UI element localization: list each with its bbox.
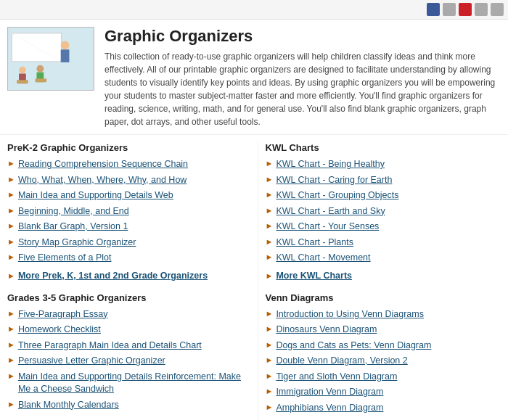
twitter-icon[interactable]: [443, 3, 456, 16]
link-blank-monthly[interactable]: Blank Monthly Calendars: [18, 399, 119, 412]
section-title-venn: Venn Diagrams: [266, 292, 501, 303]
link-intro-venn[interactable]: Introduction to Using Venn Diagrams: [276, 308, 424, 321]
arrow-icon: ►: [7, 340, 15, 349]
grades35-list: ►Five-Paragraph Essay ►Homework Checklis…: [7, 307, 243, 413]
section-title-grades35: Grades 3-5 Graphic Organizers: [7, 292, 243, 303]
arrow-icon: ►: [266, 271, 274, 280]
arrow-icon: ►: [7, 237, 15, 246]
link-five-elements[interactable]: Five Elements of a Plot: [18, 252, 112, 265]
arrow-icon: ►: [7, 309, 15, 318]
header-section: Graphic Organizers This collection of re…: [0, 20, 508, 135]
link-double-venn[interactable]: Double Venn Diagram, Version 2: [276, 355, 407, 368]
link-homework-checklist[interactable]: Homework Checklist: [18, 324, 101, 337]
link-main-idea-cheese[interactable]: Main Idea and Supporting Details Reinfor…: [18, 371, 243, 396]
list-item: ►KWL Chart - Earth and Sky: [266, 204, 501, 220]
right-column: KWL Charts ►KWL Chart - Being Healthy ►K…: [258, 142, 501, 420]
link-reading-comprehension[interactable]: Reading Comprehension Sequence Chain: [18, 158, 188, 171]
link-kwl-your-senses[interactable]: KWL Chart - Your Senses: [276, 221, 379, 234]
link-kwl-plants[interactable]: KWL Chart - Plants: [276, 236, 353, 250]
list-item: ►Story Map Graphic Organizer: [7, 235, 243, 251]
link-kwl-being-healthy[interactable]: KWL Chart - Being Healthy: [276, 158, 385, 171]
list-item: ►Persuasive Letter Graphic Organizer: [7, 353, 243, 369]
list-item: ►KWL Chart - Caring for Earth: [266, 173, 501, 189]
more-prek2-link[interactable]: More Prek, K, 1st and 2nd Grade Organize…: [18, 271, 208, 281]
list-item: ►Five-Paragraph Essay: [7, 307, 243, 323]
link-story-map[interactable]: Story Map Graphic Organizer: [18, 236, 136, 250]
list-item: ►Main Idea and Supporting Details Reinfo…: [7, 369, 243, 398]
arrow-icon: ►: [266, 403, 274, 411]
svg-point-3: [61, 41, 70, 50]
arrow-icon: ►: [266, 324, 274, 333]
prek2-list: ►Reading Comprehension Sequence Chain ►W…: [7, 157, 243, 266]
link-kwl-caring-earth[interactable]: KWL Chart - Caring for Earth: [276, 174, 392, 187]
section-title-prek2: PreK-2 Graphic Organizers: [7, 142, 243, 153]
header-text: Graphic Organizers This collection of re…: [105, 27, 501, 128]
link-dinosaurs-venn[interactable]: Dinosaurs Venn Diagram: [276, 324, 377, 337]
link-dogs-cats-venn[interactable]: Dogs and Cats as Pets: Venn Diagram: [276, 339, 431, 353]
link-immigration-venn[interactable]: Immigration Venn Diagram: [276, 386, 383, 399]
pinterest-icon[interactable]: [459, 3, 472, 16]
list-item: ►Blank Bar Graph, Version 1: [7, 219, 243, 235]
kwl-list: ►KWL Chart - Being Healthy ►KWL Chart - …: [266, 157, 501, 266]
arrow-icon: ►: [7, 324, 15, 333]
arrow-icon: ►: [7, 252, 15, 261]
link-amphibians-venn[interactable]: Amphibians Venn Diagram: [276, 402, 383, 415]
arrow-icon: ►: [266, 340, 274, 349]
section-title-kwl: KWL Charts: [266, 142, 501, 153]
link-five-paragraph[interactable]: Five-Paragraph Essay: [18, 308, 108, 321]
top-bar: [0, 0, 508, 20]
list-item: ►KWL Chart - Grouping Objects: [266, 188, 501, 204]
arrow-icon: ►: [266, 159, 274, 168]
list-item: ►Tiger and Sloth Venn Diagram: [266, 369, 501, 385]
venn-list: ►Introduction to Using Venn Diagrams ►Di…: [266, 307, 501, 416]
svg-rect-10: [36, 78, 47, 82]
arrow-icon: ►: [266, 309, 274, 318]
arrow-icon: ►: [266, 371, 274, 380]
list-item: ►Amphibians Venn Diagram: [266, 400, 501, 416]
list-item: ►Dogs and Cats as Pets: Venn Diagram: [266, 338, 501, 354]
more-kwl-link[interactable]: More KWL Charts: [276, 271, 352, 281]
list-item: ►Three Paragraph Main Idea and Details C…: [7, 338, 243, 354]
facebook-icon[interactable]: [427, 3, 440, 16]
link-beginning-middle-end[interactable]: Beginning, Middle, and End: [18, 205, 129, 218]
arrow-icon: ►: [266, 190, 274, 199]
svg-rect-4: [61, 49, 70, 62]
list-item: ►Immigration Venn Diagram: [266, 384, 501, 400]
arrow-icon: ►: [7, 371, 15, 380]
link-persuasive-letter[interactable]: Persuasive Letter Graphic Organizer: [18, 355, 165, 368]
list-item: ►Dinosaurs Venn Diagram: [266, 322, 501, 338]
link-tiger-sloth-venn[interactable]: Tiger and Sloth Venn Diagram: [276, 371, 397, 384]
arrow-icon: ►: [7, 400, 15, 408]
svg-point-7: [36, 65, 44, 73]
arrow-icon: ►: [7, 221, 15, 230]
more-kwl: ► More KWL Charts: [266, 269, 501, 285]
list-item: ►Introduction to Using Venn Diagrams: [266, 307, 501, 323]
link-kwl-grouping-objects[interactable]: KWL Chart - Grouping Objects: [276, 189, 398, 202]
svg-rect-9: [17, 80, 28, 83]
page-title: Graphic Organizers: [105, 27, 501, 46]
link-main-idea-web[interactable]: Main Idea and Supporting Details Web: [18, 189, 173, 202]
link-kwl-movement[interactable]: KWL Chart - Movement: [276, 252, 370, 265]
print-icon[interactable]: [491, 3, 504, 16]
list-item: ►Main Idea and Supporting Details Web: [7, 188, 243, 204]
arrow-icon: ►: [7, 190, 15, 199]
svg-point-5: [19, 67, 26, 74]
arrow-icon: ►: [266, 206, 274, 215]
list-item: ►Reading Comprehension Sequence Chain: [7, 157, 243, 173]
arrow-icon: ►: [266, 252, 274, 261]
arrow-icon: ►: [266, 387, 274, 395]
arrow-icon: ►: [7, 271, 15, 280]
list-item: ►KWL Chart - Plants: [266, 235, 501, 251]
link-three-paragraph[interactable]: Three Paragraph Main Idea and Details Ch…: [18, 339, 202, 353]
list-item: ►KWL Chart - Movement: [266, 250, 501, 266]
list-item: ►KWL Chart - Your Senses: [266, 219, 501, 235]
content-area: PreK-2 Graphic Organizers ►Reading Compr…: [0, 135, 508, 420]
list-item: ►Who, What, When, Where, Why, and How: [7, 173, 243, 189]
email-icon[interactable]: [475, 3, 488, 16]
link-kwl-earth-sky[interactable]: KWL Chart - Earth and Sky: [276, 205, 385, 218]
more-prek2: ► More Prek, K, 1st and 2nd Grade Organi…: [7, 269, 243, 285]
arrow-icon: ►: [7, 355, 15, 364]
link-who-what[interactable]: Who, What, When, Where, Why, and How: [18, 174, 187, 187]
arrow-icon: ►: [266, 221, 274, 230]
link-blank-bar-graph[interactable]: Blank Bar Graph, Version 1: [18, 221, 128, 234]
